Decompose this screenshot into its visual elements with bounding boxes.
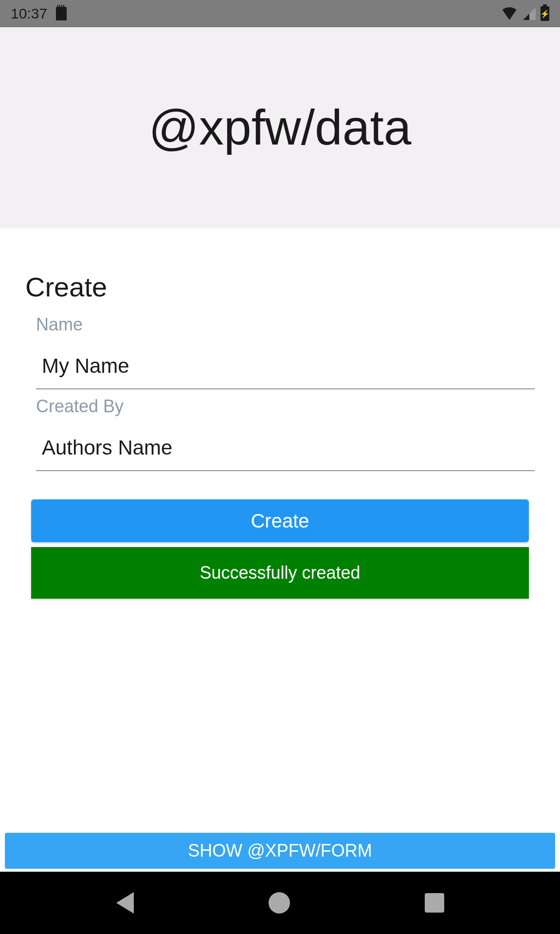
home-icon[interactable] [269,892,290,914]
back-icon[interactable] [116,892,134,914]
status-bar: 10:37 [0,0,560,27]
recent-apps-icon[interactable] [425,893,444,913]
header-section: @xpfw/data [0,27,560,228]
form-section: Create Name Created By Create Successful… [0,228,560,599]
cellular-signal-icon [523,7,536,20]
name-label: Name [36,314,535,335]
create-button[interactable]: Create [31,499,529,542]
buttons-group: Create Successfully created [25,478,535,599]
created-by-field-group: Created By [25,396,535,471]
created-by-input[interactable] [36,431,535,471]
name-input[interactable] [36,349,535,389]
wifi-icon [501,7,518,20]
battery-charging-icon [541,6,549,21]
page-title: @xpfw/data [148,99,411,156]
sd-card-icon [56,7,67,20]
name-field-group: Name [25,314,535,389]
content-area: @xpfw/data Create Name Created By Create… [0,27,560,872]
spacer [0,599,560,812]
android-nav-bar [0,872,560,934]
success-banner: Successfully created [31,547,529,599]
created-by-label: Created By [36,396,535,417]
section-title: Create [25,271,535,303]
bottom-button-wrapper: SHOW @XPFW/FORM [0,812,560,872]
status-right [501,6,549,21]
show-form-button[interactable]: SHOW @XPFW/FORM [5,833,555,869]
status-left: 10:37 [11,5,67,22]
status-time: 10:37 [11,5,47,22]
